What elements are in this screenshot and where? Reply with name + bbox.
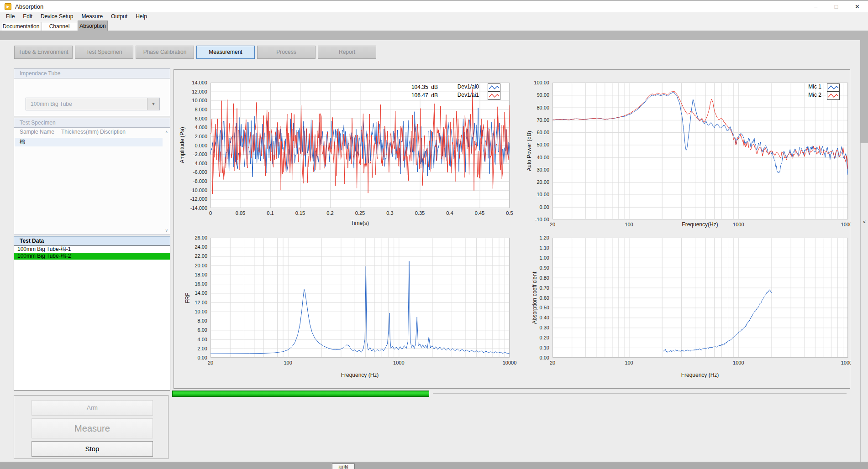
svg-text:20: 20: [550, 222, 555, 227]
minimize-button[interactable]: –: [805, 0, 826, 13]
legend-line-icon[interactable]: [827, 83, 840, 92]
svg-text:100: 100: [625, 360, 633, 365]
svg-text:0.5: 0.5: [506, 210, 513, 216]
svg-text:100: 100: [284, 360, 292, 365]
svg-text:12.000: 12.000: [192, 89, 207, 94]
stop-button[interactable]: Stop: [32, 441, 153, 457]
impedance-tube-title: Impendace Tube: [14, 68, 170, 78]
subtab-phase-calibration[interactable]: Phase Calibration: [136, 46, 194, 59]
svg-text:20.00: 20.00: [195, 263, 207, 268]
svg-text:0.000: 0.000: [195, 143, 207, 148]
svg-text:18.00: 18.00: [195, 272, 207, 277]
svg-text:0.1: 0.1: [267, 210, 274, 216]
svg-text:10.00: 10.00: [195, 309, 207, 314]
legend-line-icon[interactable]: [488, 83, 500, 92]
app-icon[interactable]: ▶: [5, 3, 11, 10]
level-indicator-ai0: 104.35 dB: [402, 84, 438, 90]
level-indicator-ai1: 106.47 dB: [402, 92, 438, 99]
svg-text:0.60: 0.60: [540, 295, 549, 301]
axis-label-frequency-frf: Frequency (Hz): [332, 372, 387, 378]
svg-text:30.00: 30.00: [537, 167, 549, 172]
test-data-title: Test Data: [14, 236, 170, 245]
svg-text:0.2: 0.2: [326, 210, 333, 216]
svg-text:100: 100: [625, 222, 633, 227]
svg-text:60.00: 60.00: [537, 130, 549, 135]
legend-label-mic1[interactable]: Mic 1: [789, 83, 821, 90]
tab-channel-setup[interactable]: Channel Setup: [42, 22, 77, 31]
legend-label-dev1-ai1[interactable]: Dev1/ai1: [446, 92, 479, 98]
svg-text:0.90: 0.90: [540, 265, 549, 271]
legend-label-dev1-ai0[interactable]: Dev1/ai0: [446, 83, 479, 90]
taskbar-peek-window[interactable]: 画图: [332, 464, 355, 469]
svg-text:22.00: 22.00: [195, 253, 207, 259]
measure-button[interactable]: Measure: [32, 418, 153, 438]
column-header-thickness: Thickness(mm): [61, 129, 99, 135]
svg-text:20: 20: [550, 360, 555, 365]
subtab-process[interactable]: Process: [257, 46, 316, 59]
menu-item-measure[interactable]: Measure: [77, 12, 107, 21]
window-title: Absorption: [15, 3, 43, 10]
expand-left-icon[interactable]: <: [861, 219, 868, 224]
svg-text:14.000: 14.000: [192, 80, 207, 85]
arm-button[interactable]: Arm: [32, 400, 153, 416]
axis-label-time: Time(s): [332, 220, 387, 226]
menu-item-file[interactable]: File: [2, 12, 19, 21]
svg-text:0.25: 0.25: [355, 210, 365, 216]
svg-text:16.00: 16.00: [195, 281, 207, 287]
svg-text:20: 20: [208, 360, 213, 365]
svg-text:0.50: 0.50: [540, 305, 549, 310]
svg-text:0.70: 0.70: [540, 285, 549, 291]
svg-text:12.00: 12.00: [195, 300, 207, 305]
svg-text:-8.000: -8.000: [193, 178, 207, 184]
svg-text:1.10: 1.10: [540, 245, 549, 250]
tab-strip: Documentation Channel Setup Absorption: [0, 21, 868, 31]
title-bar: ▶ Absorption – □ ✕: [0, 0, 868, 12]
axis-label-auto-power: Auto Power (dB): [526, 119, 532, 183]
svg-text:-14.000: -14.000: [190, 205, 207, 211]
legend-line-icon[interactable]: [488, 92, 500, 100]
tab-absorption[interactable]: Absorption: [78, 21, 108, 31]
table-row[interactable]: 棉: [15, 138, 163, 146]
impedance-tube-select[interactable]: 100mm Big Tube ▼: [26, 98, 160, 110]
scroll-down-icon[interactable]: ∨: [165, 228, 168, 233]
svg-text:14.00: 14.00: [195, 290, 207, 296]
tab-documentation[interactable]: Documentation: [1, 22, 41, 31]
subtab-tube-environment[interactable]: Tube & Environment: [14, 46, 73, 59]
menu-item-output[interactable]: Output: [107, 12, 132, 21]
svg-text:1000: 1000: [733, 222, 744, 227]
svg-text:1000: 1000: [393, 360, 404, 365]
subtab-report[interactable]: Report: [318, 46, 376, 59]
menu-item-device-setup[interactable]: Device Setup: [37, 12, 77, 21]
svg-text:0.45: 0.45: [475, 210, 484, 216]
svg-text:0.00: 0.00: [198, 355, 207, 360]
svg-text:0.40: 0.40: [540, 315, 549, 320]
svg-text:0.35: 0.35: [415, 210, 425, 216]
axis-label-absorption: Absorption coefficient: [531, 266, 538, 330]
progress-fill: [172, 391, 429, 397]
subtab-measurement[interactable]: Measurement: [196, 46, 255, 59]
list-item-selected[interactable]: 100mm Big Tube-棉-2: [14, 253, 170, 260]
svg-text:1000: 1000: [733, 360, 744, 365]
impedance-tube-selected-value: 100mm Big Tube: [31, 101, 72, 107]
subtab-test-specimen[interactable]: Test Specimen: [75, 46, 133, 59]
maximize-button[interactable]: □: [826, 0, 847, 13]
axis-label-frequency-abs: Frequency (Hz): [673, 372, 727, 378]
list-item[interactable]: 100mm Big Tube-棉-1: [14, 246, 170, 253]
menu-item-edit[interactable]: Edit: [19, 12, 37, 21]
application-window: ▶ Absorption – □ ✕ File Edit Device Setu…: [0, 0, 868, 469]
impedance-tube-groupbox: Impendace Tube 100mm Big Tube ▼: [14, 68, 170, 116]
test-specimen-title: Test Specimen: [14, 118, 170, 128]
svg-text:24.00: 24.00: [195, 244, 207, 250]
svg-text:26.00: 26.00: [195, 235, 207, 240]
svg-text:4.000: 4.000: [195, 125, 207, 130]
svg-text:-10.00: -10.00: [535, 217, 549, 222]
legend-label-mic2[interactable]: Mic 2: [789, 92, 821, 98]
close-button[interactable]: ✕: [847, 0, 868, 13]
menu-item-help[interactable]: Help: [132, 12, 151, 21]
legend-line-icon[interactable]: [827, 92, 840, 100]
svg-text:10.000: 10.000: [192, 98, 207, 103]
test-specimen-groupbox: Test Specimen Sample Name Thickness(mm) …: [14, 118, 170, 235]
axis-label-amplitude: Amplitude (Pa): [179, 113, 185, 177]
scroll-up-icon[interactable]: ∧: [165, 130, 168, 134]
menu-bar: File Edit Device Setup Measure Output He…: [0, 12, 868, 21]
